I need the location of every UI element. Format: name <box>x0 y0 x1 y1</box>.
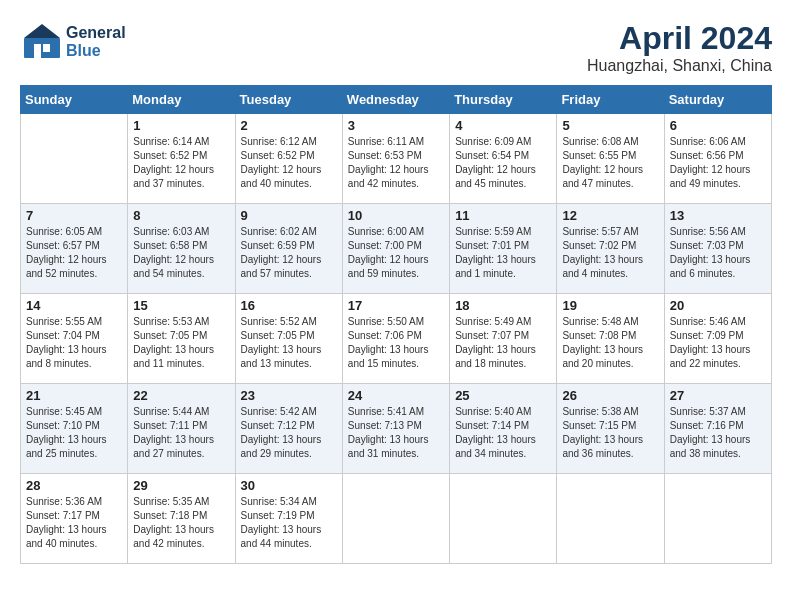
calendar-cell <box>21 114 128 204</box>
daylight-text: Daylight: 12 hours and 57 minutes. <box>241 253 337 281</box>
cell-info: Sunrise: 5:35 AM Sunset: 7:18 PM Dayligh… <box>133 495 229 551</box>
daylight-text: Daylight: 13 hours and 40 minutes. <box>26 523 122 551</box>
sunset-text: Sunset: 7:00 PM <box>348 239 444 253</box>
sunrise-text: Sunrise: 5:57 AM <box>562 225 658 239</box>
cell-info: Sunrise: 6:00 AM Sunset: 7:00 PM Dayligh… <box>348 225 444 281</box>
sunset-text: Sunset: 7:02 PM <box>562 239 658 253</box>
day-number: 11 <box>455 208 551 223</box>
sunrise-text: Sunrise: 5:41 AM <box>348 405 444 419</box>
sunset-text: Sunset: 7:05 PM <box>241 329 337 343</box>
daylight-text: Daylight: 13 hours and 13 minutes. <box>241 343 337 371</box>
daylight-text: Daylight: 12 hours and 54 minutes. <box>133 253 229 281</box>
calendar-cell <box>664 474 771 564</box>
page-header: General Blue April 2024 Huangzhai, Shanx… <box>20 20 772 75</box>
sunrise-text: Sunrise: 5:40 AM <box>455 405 551 419</box>
daylight-text: Daylight: 13 hours and 38 minutes. <box>670 433 766 461</box>
sunset-text: Sunset: 6:52 PM <box>241 149 337 163</box>
calendar-table: SundayMondayTuesdayWednesdayThursdayFrid… <box>20 85 772 564</box>
cell-info: Sunrise: 6:03 AM Sunset: 6:58 PM Dayligh… <box>133 225 229 281</box>
header-day-tuesday: Tuesday <box>235 86 342 114</box>
day-number: 21 <box>26 388 122 403</box>
day-number: 3 <box>348 118 444 133</box>
sunset-text: Sunset: 7:18 PM <box>133 509 229 523</box>
day-number: 13 <box>670 208 766 223</box>
sunset-text: Sunset: 7:17 PM <box>26 509 122 523</box>
cell-info: Sunrise: 6:02 AM Sunset: 6:59 PM Dayligh… <box>241 225 337 281</box>
calendar-cell: 14 Sunrise: 5:55 AM Sunset: 7:04 PM Dayl… <box>21 294 128 384</box>
cell-info: Sunrise: 5:38 AM Sunset: 7:15 PM Dayligh… <box>562 405 658 461</box>
title-block: April 2024 Huangzhai, Shanxi, China <box>587 20 772 75</box>
logo: General Blue <box>20 20 126 64</box>
header-row: SundayMondayTuesdayWednesdayThursdayFrid… <box>21 86 772 114</box>
cell-info: Sunrise: 6:14 AM Sunset: 6:52 PM Dayligh… <box>133 135 229 191</box>
sunset-text: Sunset: 7:03 PM <box>670 239 766 253</box>
calendar-cell: 29 Sunrise: 5:35 AM Sunset: 7:18 PM Dayl… <box>128 474 235 564</box>
day-number: 1 <box>133 118 229 133</box>
cell-info: Sunrise: 6:08 AM Sunset: 6:55 PM Dayligh… <box>562 135 658 191</box>
week-row-4: 21 Sunrise: 5:45 AM Sunset: 7:10 PM Dayl… <box>21 384 772 474</box>
day-number: 26 <box>562 388 658 403</box>
week-row-5: 28 Sunrise: 5:36 AM Sunset: 7:17 PM Dayl… <box>21 474 772 564</box>
sunrise-text: Sunrise: 6:02 AM <box>241 225 337 239</box>
sunrise-text: Sunrise: 6:06 AM <box>670 135 766 149</box>
sunrise-text: Sunrise: 5:53 AM <box>133 315 229 329</box>
svg-rect-3 <box>43 44 50 52</box>
calendar-cell: 20 Sunrise: 5:46 AM Sunset: 7:09 PM Dayl… <box>664 294 771 384</box>
daylight-text: Daylight: 12 hours and 52 minutes. <box>26 253 122 281</box>
sunset-text: Sunset: 7:14 PM <box>455 419 551 433</box>
calendar-cell: 11 Sunrise: 5:59 AM Sunset: 7:01 PM Dayl… <box>450 204 557 294</box>
calendar-cell: 23 Sunrise: 5:42 AM Sunset: 7:12 PM Dayl… <box>235 384 342 474</box>
daylight-text: Daylight: 12 hours and 42 minutes. <box>348 163 444 191</box>
header-day-thursday: Thursday <box>450 86 557 114</box>
daylight-text: Daylight: 12 hours and 47 minutes. <box>562 163 658 191</box>
sunrise-text: Sunrise: 5:37 AM <box>670 405 766 419</box>
calendar-cell: 13 Sunrise: 5:56 AM Sunset: 7:03 PM Dayl… <box>664 204 771 294</box>
sunset-text: Sunset: 7:12 PM <box>241 419 337 433</box>
daylight-text: Daylight: 12 hours and 59 minutes. <box>348 253 444 281</box>
calendar-cell <box>557 474 664 564</box>
week-row-1: 1 Sunrise: 6:14 AM Sunset: 6:52 PM Dayli… <box>21 114 772 204</box>
sunrise-text: Sunrise: 5:52 AM <box>241 315 337 329</box>
sunrise-text: Sunrise: 6:12 AM <box>241 135 337 149</box>
location: Huangzhai, Shanxi, China <box>587 57 772 75</box>
day-number: 19 <box>562 298 658 313</box>
sunrise-text: Sunrise: 5:56 AM <box>670 225 766 239</box>
sunset-text: Sunset: 6:53 PM <box>348 149 444 163</box>
day-number: 25 <box>455 388 551 403</box>
sunrise-text: Sunrise: 5:34 AM <box>241 495 337 509</box>
header-day-friday: Friday <box>557 86 664 114</box>
daylight-text: Daylight: 12 hours and 45 minutes. <box>455 163 551 191</box>
day-number: 16 <box>241 298 337 313</box>
sunset-text: Sunset: 7:07 PM <box>455 329 551 343</box>
calendar-cell: 30 Sunrise: 5:34 AM Sunset: 7:19 PM Dayl… <box>235 474 342 564</box>
daylight-text: Daylight: 13 hours and 44 minutes. <box>241 523 337 551</box>
cell-info: Sunrise: 5:52 AM Sunset: 7:05 PM Dayligh… <box>241 315 337 371</box>
sunrise-text: Sunrise: 5:48 AM <box>562 315 658 329</box>
calendar-cell: 10 Sunrise: 6:00 AM Sunset: 7:00 PM Dayl… <box>342 204 449 294</box>
calendar-cell <box>450 474 557 564</box>
daylight-text: Daylight: 13 hours and 27 minutes. <box>133 433 229 461</box>
calendar-cell: 16 Sunrise: 5:52 AM Sunset: 7:05 PM Dayl… <box>235 294 342 384</box>
sunrise-text: Sunrise: 6:11 AM <box>348 135 444 149</box>
calendar-cell: 1 Sunrise: 6:14 AM Sunset: 6:52 PM Dayli… <box>128 114 235 204</box>
calendar-cell <box>342 474 449 564</box>
cell-info: Sunrise: 5:44 AM Sunset: 7:11 PM Dayligh… <box>133 405 229 461</box>
sunrise-text: Sunrise: 5:50 AM <box>348 315 444 329</box>
calendar-cell: 7 Sunrise: 6:05 AM Sunset: 6:57 PM Dayli… <box>21 204 128 294</box>
daylight-text: Daylight: 13 hours and 42 minutes. <box>133 523 229 551</box>
header-day-wednesday: Wednesday <box>342 86 449 114</box>
calendar-cell: 9 Sunrise: 6:02 AM Sunset: 6:59 PM Dayli… <box>235 204 342 294</box>
calendar-cell: 2 Sunrise: 6:12 AM Sunset: 6:52 PM Dayli… <box>235 114 342 204</box>
day-number: 6 <box>670 118 766 133</box>
logo-line1: General <box>66 24 126 42</box>
sunset-text: Sunset: 7:10 PM <box>26 419 122 433</box>
day-number: 27 <box>670 388 766 403</box>
calendar-cell: 22 Sunrise: 5:44 AM Sunset: 7:11 PM Dayl… <box>128 384 235 474</box>
daylight-text: Daylight: 12 hours and 49 minutes. <box>670 163 766 191</box>
sunset-text: Sunset: 7:09 PM <box>670 329 766 343</box>
cell-info: Sunrise: 6:06 AM Sunset: 6:56 PM Dayligh… <box>670 135 766 191</box>
week-row-3: 14 Sunrise: 5:55 AM Sunset: 7:04 PM Dayl… <box>21 294 772 384</box>
cell-info: Sunrise: 5:53 AM Sunset: 7:05 PM Dayligh… <box>133 315 229 371</box>
sunset-text: Sunset: 6:57 PM <box>26 239 122 253</box>
daylight-text: Daylight: 13 hours and 6 minutes. <box>670 253 766 281</box>
